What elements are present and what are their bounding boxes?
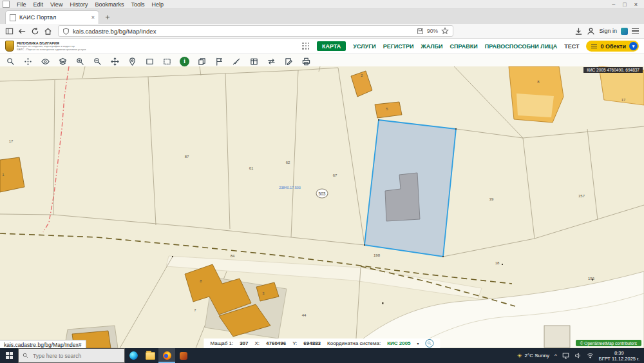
map-parcel-label: 8 bbox=[200, 279, 202, 283]
downloads-icon[interactable] bbox=[574, 27, 583, 35]
url-field[interactable]: kais.cadastre.bg/bg/Map/Index 90% bbox=[58, 25, 453, 37]
sidebar-icon[interactable] bbox=[4, 26, 15, 37]
tab-kais-portal[interactable]: КАИС Портал × bbox=[5, 10, 99, 24]
map-parcel-label: 5 bbox=[386, 107, 388, 111]
menu-file[interactable]: File bbox=[14, 1, 30, 8]
map-parcel-label: 196 bbox=[588, 277, 594, 280]
marker-icon[interactable] bbox=[128, 57, 137, 66]
menu-bookmarks[interactable]: Bookmarks bbox=[91, 1, 127, 8]
bookmark-star-icon[interactable] bbox=[441, 27, 449, 35]
registers-table-icon[interactable] bbox=[249, 57, 259, 66]
map-viewport[interactable]: КИС 2005 4760490, 694837 171876162673915… bbox=[0, 66, 644, 348]
minimize-button[interactable]: – bbox=[612, 1, 615, 8]
taskbar-search-input[interactable] bbox=[32, 352, 108, 360]
app-menu-icon[interactable] bbox=[632, 28, 639, 34]
account-icon[interactable] bbox=[587, 27, 595, 35]
nav-registri[interactable]: РЕГИСТРИ bbox=[383, 43, 414, 50]
visibility-icon[interactable] bbox=[41, 57, 50, 66]
swap-icon[interactable] bbox=[267, 57, 276, 66]
site-logo[interactable]: РЕПУБЛИКА БЪЛГАРИЯ Агенция по геодезия, … bbox=[5, 41, 86, 52]
nav-zhalbi[interactable]: ЖАЛБИ bbox=[421, 43, 443, 50]
app-icon[interactable] bbox=[175, 348, 192, 363]
measure-icon[interactable] bbox=[232, 57, 242, 66]
map-parcel-label: 2 bbox=[361, 74, 363, 77]
extent-icon[interactable] bbox=[162, 57, 172, 66]
close-button[interactable]: × bbox=[634, 1, 638, 8]
scale-value[interactable]: 307 bbox=[240, 340, 248, 346]
status-search-icon[interactable] bbox=[426, 339, 434, 348]
tab-close-icon[interactable]: × bbox=[91, 14, 95, 21]
map-parcel-label: 198 bbox=[374, 253, 380, 257]
window-controls: – □ × bbox=[612, 1, 641, 8]
shield-icon[interactable] bbox=[62, 28, 70, 35]
new-tab-button[interactable]: + bbox=[102, 12, 113, 23]
tab-favicon bbox=[10, 14, 16, 21]
objects-count-label: 0 Обекти bbox=[600, 43, 626, 50]
map-parcel-label: 61 bbox=[249, 166, 254, 170]
edge-icon[interactable] bbox=[125, 348, 142, 363]
nav-karta[interactable]: КАРТА bbox=[317, 41, 346, 51]
window-icon bbox=[3, 1, 10, 8]
search-icon[interactable] bbox=[6, 57, 15, 66]
info-tool-icon[interactable]: i bbox=[180, 57, 189, 66]
crs-select[interactable]: КИС 2005 bbox=[387, 340, 410, 346]
nav-test[interactable]: ТЕСТ bbox=[564, 43, 579, 50]
menu-tools[interactable]: Tools bbox=[128, 1, 147, 8]
pan-icon[interactable] bbox=[110, 57, 120, 66]
x-value: 4760496 bbox=[266, 340, 286, 346]
zoom-level[interactable]: 90% bbox=[427, 28, 438, 34]
selected-parcel[interactable] bbox=[365, 120, 456, 257]
map-parcel-label: 39 bbox=[489, 197, 494, 201]
map-parcel-label: 8 bbox=[537, 80, 539, 84]
select-rect-icon[interactable] bbox=[145, 57, 155, 66]
home-icon[interactable] bbox=[43, 26, 53, 37]
extension-icon[interactable] bbox=[621, 28, 628, 35]
tray-chevron-icon[interactable]: ^ bbox=[554, 353, 557, 358]
flag-icon[interactable] bbox=[214, 57, 224, 66]
menu-view[interactable]: View bbox=[47, 1, 66, 8]
nav-pravosposobni-lica[interactable]: ПРАВОСПОСОБНИ ЛИЦА bbox=[485, 43, 558, 50]
back-icon[interactable] bbox=[17, 26, 28, 37]
objects-button[interactable]: 0 Обекти ▾ bbox=[586, 41, 639, 52]
crs-caret-icon[interactable]: ▾ bbox=[417, 341, 419, 346]
annotate-icon[interactable] bbox=[284, 57, 294, 66]
zoom-out-icon[interactable] bbox=[93, 57, 102, 66]
print-icon[interactable] bbox=[301, 57, 311, 66]
nav-uslugi[interactable]: УСЛУГИ bbox=[353, 43, 375, 50]
maximize-button[interactable]: □ bbox=[623, 1, 626, 8]
map-canvas[interactable] bbox=[0, 66, 644, 348]
taskbar-search[interactable] bbox=[18, 348, 125, 363]
y-label: Y: bbox=[292, 340, 297, 346]
weather-text: 2°C Sunny bbox=[525, 353, 549, 358]
snap-points-icon[interactable] bbox=[23, 57, 33, 66]
objects-caret-icon[interactable]: ▾ bbox=[629, 42, 638, 50]
file-explorer-icon[interactable] bbox=[142, 348, 158, 363]
network-icon[interactable] bbox=[587, 352, 594, 359]
zoom-in-icon[interactable] bbox=[75, 57, 85, 66]
sign-in-button[interactable]: Sign in bbox=[599, 28, 617, 34]
taskbar-search-icon bbox=[23, 353, 28, 358]
tab-bar: КАИС Портал × + bbox=[0, 9, 644, 24]
app-grid-icon[interactable] bbox=[302, 43, 310, 50]
save-page-icon[interactable] bbox=[417, 28, 424, 35]
nav-spravki[interactable]: СПРАВКИ bbox=[450, 43, 478, 50]
menu-history[interactable]: History bbox=[66, 1, 91, 8]
monitor-icon[interactable] bbox=[562, 352, 569, 359]
crs-label: Координатна система: bbox=[327, 340, 381, 346]
taskbar-clock[interactable]: 8:39 БГРТ 11.12.2025 г. bbox=[599, 350, 639, 362]
menu-help[interactable]: Help bbox=[148, 1, 167, 8]
screen: File Edit View History Bookmarks Tools H… bbox=[0, 0, 644, 363]
logo-line3: КАИС - Портал за електронни администрати… bbox=[17, 48, 86, 52]
pill-menu-icon bbox=[591, 43, 597, 50]
osm-attribution[interactable]: © OpenStreetMap contributors bbox=[576, 340, 641, 346]
layers-icon[interactable] bbox=[58, 57, 68, 66]
system-tray: ☀ 2°C Sunny ^ 8:39 БГРТ 11.12.2025 г. bbox=[517, 348, 644, 363]
start-button[interactable] bbox=[0, 348, 18, 363]
weather-widget[interactable]: ☀ 2°C Sunny bbox=[517, 353, 549, 359]
firefox-icon[interactable] bbox=[158, 348, 175, 363]
speaker-icon[interactable] bbox=[574, 352, 582, 359]
menu-edit[interactable]: Edit bbox=[30, 1, 47, 8]
map-parcel-label: 1 bbox=[2, 173, 4, 177]
copy-map-icon[interactable] bbox=[197, 57, 207, 66]
reload-icon[interactable] bbox=[30, 26, 41, 37]
